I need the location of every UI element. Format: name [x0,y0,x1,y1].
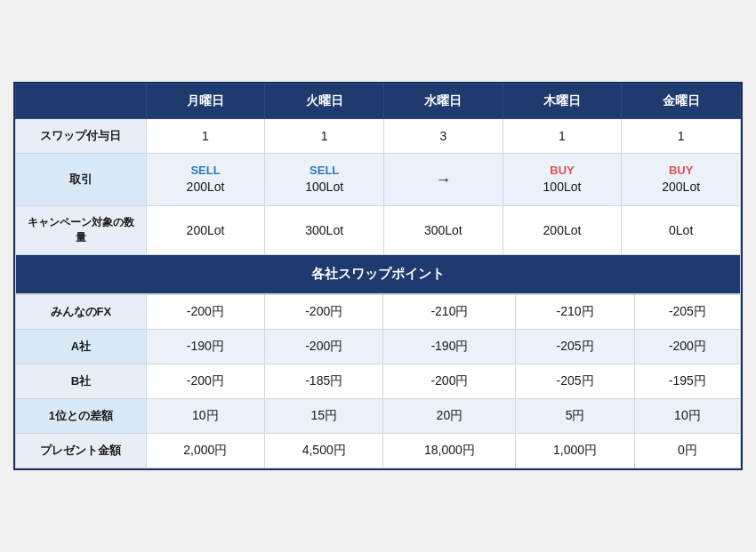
campaign-qty-label: キャンペーン対象の数量 [16,205,147,254]
swap-row-4-mon: 2,000円 [146,433,264,468]
swap-row-3-fri: 10円 [634,398,740,433]
swap-row-1-wed: -190円 [383,329,516,364]
trade-tue-lot: 100Lot [272,179,376,196]
header-row: 月曜日 火曜日 水曜日 木曜日 金曜日 [16,84,741,119]
swap-row-0-tue: -200円 [265,294,383,329]
trade-tue: SELL 100Lot [265,154,384,206]
trade-fri-type: BUY [629,163,733,179]
swap-row-label-1: A社 [16,329,147,364]
swap-row-4-fri: 0円 [634,433,740,468]
header-wed: 水曜日 [384,84,503,119]
header-fri: 金曜日 [622,84,741,119]
swap-row-1: A社-190円-200円-190円-205円-200円 [16,329,741,364]
swap-days-label: スワップ付与日 [16,119,147,154]
swap-days-thu: 1 [503,119,622,154]
swap-row-2-thu: -205円 [516,364,634,398]
main-table-wrapper: 月曜日 火曜日 水曜日 木曜日 金曜日 スワップ付与日 1 1 3 1 1 取引 [13,82,743,470]
campaign-qty-thu: 200Lot [503,205,622,254]
trade-label: 取引 [16,154,147,206]
swap-row-4: プレゼント金額2,000円4,500円18,000円1,000円0円 [16,433,741,468]
swap-row-0: みんなのFX-200円-200円-210円-210円-205円 [16,294,741,329]
trade-fri: BUY 200Lot [622,154,741,206]
swap-row-1-thu: -205円 [516,329,634,364]
swap-row-1-fri: -200円 [634,329,740,364]
trade-tue-type: SELL [272,163,376,179]
swap-row-2-wed: -200円 [383,364,516,398]
campaign-qty-row: キャンペーン対象の数量 200Lot 300Lot 300Lot 200Lot … [16,205,741,254]
trade-row: 取引 SELL 200Lot SELL 100Lot → BUY 100Lot … [16,154,741,206]
swap-row-4-thu: 1,000円 [516,433,634,468]
trade-thu-type: BUY [511,163,615,179]
trade-fri-lot: 200Lot [629,179,733,196]
header-thu: 木曜日 [503,84,622,119]
swap-row-3: 1位との差額10円15円20円5円10円 [16,398,741,433]
swap-row-4-tue: 4,500円 [265,433,383,468]
campaign-qty-fri: 0Lot [622,205,741,254]
swap-row-0-thu: -210円 [516,294,634,329]
header-mon: 月曜日 [146,84,265,119]
swap-row-label-3: 1位との差額 [16,398,147,433]
swap-row-0-wed: -210円 [383,294,516,329]
header-tue: 火曜日 [265,84,384,119]
trade-mon-lot: 200Lot [154,179,258,196]
header-label-empty [16,84,147,119]
campaign-qty-tue: 300Lot [265,205,384,254]
swap-row-3-thu: 5円 [516,398,634,433]
trade-thu: BUY 100Lot [503,154,622,206]
swap-row-label-2: B社 [16,364,147,398]
swap-days-wed: 3 [384,119,503,154]
swap-row-3-mon: 10円 [146,398,264,433]
swap-row-2: B社-200円-185円-200円-205円-195円 [16,364,741,398]
swap-row-0-mon: -200円 [146,294,264,329]
section-header-text: 各社スワップポイント [16,254,741,293]
trade-mon: SELL 200Lot [146,154,265,206]
section-header-row: 各社スワップポイント [16,254,741,293]
swap-days-row: スワップ付与日 1 1 3 1 1 [16,119,741,154]
swap-days-mon: 1 [146,119,265,154]
trade-mon-type: SELL [154,163,258,179]
swap-row-label-4: プレゼント金額 [16,433,147,468]
swap-row-2-fri: -195円 [634,364,740,398]
campaign-qty-wed: 300Lot [384,205,503,254]
swap-row-2-tue: -185円 [265,364,383,398]
swap-row-3-wed: 20円 [383,398,516,433]
campaign-qty-mon: 200Lot [146,205,265,254]
swap-days-tue: 1 [265,119,384,154]
trade-thu-lot: 100Lot [511,179,615,196]
swap-row-1-mon: -190円 [146,329,264,364]
swap-row-1-tue: -200円 [265,329,383,364]
swap-row-0-fri: -205円 [634,294,740,329]
trade-wed: → [384,154,503,206]
swap-row-4-wed: 18,000円 [383,433,516,468]
swap-row-2-mon: -200円 [146,364,264,398]
swap-row-label-0: みんなのFX [16,294,147,329]
swap-days-fri: 1 [622,119,741,154]
swap-row-3-tue: 15円 [265,398,383,433]
